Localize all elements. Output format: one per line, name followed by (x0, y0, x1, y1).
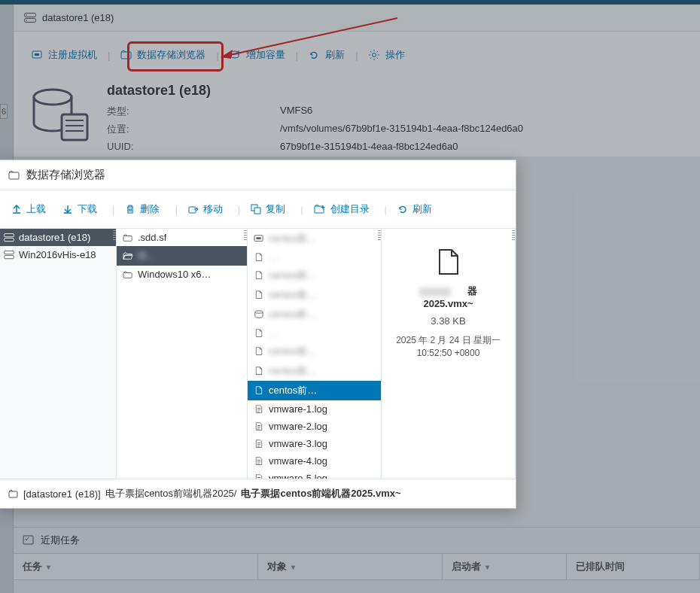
svg-rect-27 (123, 272, 132, 278)
tree-item[interactable]: centos前… (248, 285, 381, 305)
tree-item[interactable]: vmware-5.log (248, 470, 381, 479)
tree-item[interactable]: .sdd.sf (117, 229, 247, 246)
move-label: 移动 (203, 202, 223, 216)
dialog-refresh-button[interactable]: 刷新 (391, 199, 438, 219)
new-folder-button[interactable]: 创建目录 (308, 199, 376, 219)
svg-rect-25 (5, 255, 14, 258)
tree-item[interactable]: vmware-4.log (248, 452, 381, 470)
upload-label: 上载 (26, 202, 46, 216)
download-icon (62, 204, 73, 214)
dialog-title: 数据存储浏览器 (26, 168, 105, 182)
breadcrumb-path[interactable]: 电子票据centos前端机器2025/ (105, 487, 237, 500)
folder-column-1: .sdd.sf 前...Windows10 x6… (117, 229, 248, 479)
browse-icon (8, 170, 20, 181)
preview-filesize: 3.38 KB (394, 315, 503, 327)
move-button[interactable]: 移动 (182, 199, 229, 219)
tree-item[interactable]: … (248, 248, 381, 266)
column-resize-handle[interactable] (509, 229, 515, 479)
datastore-list-column: datastore1 (e18)Win2016vHis-e18 (0, 229, 117, 479)
tree-item[interactable]: vmware-3.log (248, 435, 381, 452)
svg-rect-23 (5, 238, 14, 241)
breadcrumb-file: 电子票据centos前端机器2025.vmx~ (241, 487, 400, 500)
delete-label: 删除 (140, 202, 160, 216)
breadcrumb-root[interactable]: [datastore1 (e18)] (23, 488, 101, 500)
tree-item[interactable]: centos前… (248, 361, 381, 381)
svg-rect-22 (5, 233, 14, 236)
svg-rect-24 (5, 251, 14, 254)
tree-item[interactable]: datastore1 (e18) (0, 229, 116, 246)
dialog-refresh-label: 刷新 (412, 202, 432, 216)
download-button[interactable]: 下载 (56, 199, 103, 219)
preview-filedate: 2025 年 2 月 24 日 星期一 10:52:50 +0800 (394, 334, 503, 360)
tree-item[interactable]: centos前… (248, 229, 381, 248)
delete-button[interactable]: 删除 (119, 199, 166, 219)
mkdir-label: 创建目录 (330, 202, 370, 216)
svg-rect-29 (257, 237, 261, 239)
preview-filename: 器 2025.vmx~ (394, 284, 503, 309)
tree-item[interactable]: centos前… (248, 305, 381, 324)
breadcrumb: [datastore1 (e18)] 电子票据centos前端机器2025/电子… (0, 479, 516, 508)
copy-label: 复制 (266, 202, 285, 216)
datastore-browser-dialog: 数据存储浏览器 上载 下载 | 删除 | 移动 | 复制 | 创建目录 (0, 160, 516, 509)
svg-rect-18 (189, 207, 196, 213)
svg-rect-20 (254, 208, 260, 214)
folder-plus-icon (314, 204, 326, 214)
tree-item[interactable]: centos前… (248, 381, 381, 400)
trash-icon (125, 204, 135, 214)
copy-icon (251, 204, 261, 214)
tree-item[interactable]: … (248, 324, 381, 342)
folder-icon (8, 489, 19, 498)
tree-item[interactable]: Win2016vHis-e18 (0, 246, 116, 263)
svg-rect-26 (123, 236, 132, 241)
svg-rect-46 (9, 491, 17, 497)
tree-item[interactable]: vmware-2.log (248, 418, 381, 435)
upload-button[interactable]: 上载 (5, 199, 52, 219)
upload-icon (11, 204, 22, 214)
tree-item[interactable]: centos前… (248, 342, 381, 361)
column-resize-handle[interactable] (375, 229, 381, 479)
tree-item[interactable]: 前... (117, 246, 247, 266)
svg-point-30 (255, 311, 263, 313)
copy-button[interactable]: 复制 (245, 199, 291, 219)
refresh-icon (397, 204, 408, 214)
svg-rect-17 (9, 172, 19, 179)
file-large-icon (438, 248, 459, 275)
tree-item[interactable]: vmware-1.log (248, 400, 381, 418)
preview-column: 器 2025.vmx~ 3.38 KB 2025 年 2 月 24 日 星期一 … (382, 229, 516, 479)
download-label: 下载 (78, 202, 97, 216)
tree-item[interactable]: Windows10 x6… (117, 266, 247, 283)
column-resize-handle[interactable] (110, 229, 116, 479)
tree-item[interactable]: centos前… (248, 266, 381, 285)
folder-column-2: centos前… …centos前…centos前…centos前… …cent… (248, 229, 382, 479)
move-icon (188, 204, 199, 214)
column-resize-handle[interactable] (241, 229, 247, 479)
